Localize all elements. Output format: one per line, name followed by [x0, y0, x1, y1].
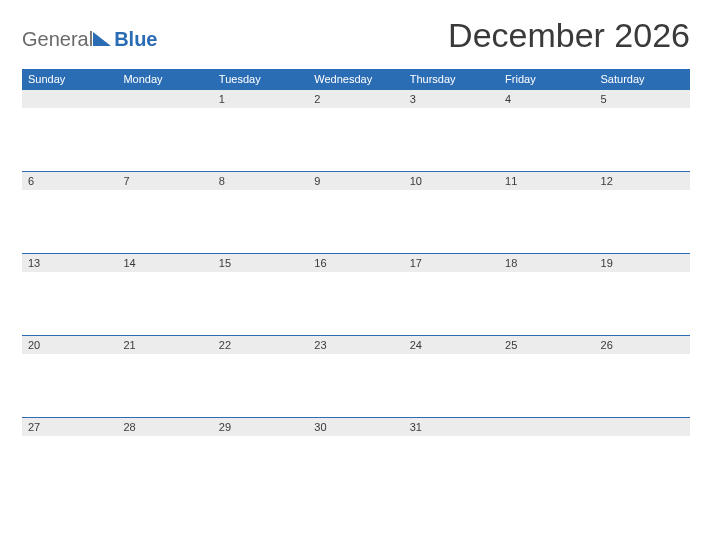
calendar-day: 5 [595, 90, 690, 172]
calendar-day: 23 [308, 336, 403, 418]
day-number: 15 [213, 254, 308, 272]
day-number [22, 90, 117, 108]
day-number: 20 [22, 336, 117, 354]
calendar-day: 28 [117, 418, 212, 500]
calendar-week: 20 21 22 23 24 25 26 [22, 336, 690, 418]
header: General Blue December 2026 [22, 16, 690, 57]
day-number: 13 [22, 254, 117, 272]
calendar-day: 21 [117, 336, 212, 418]
weekday-header: Friday [499, 69, 594, 90]
calendar-day: 9 [308, 172, 403, 254]
calendar-day: 8 [213, 172, 308, 254]
calendar-day: 18 [499, 254, 594, 336]
calendar-day: 11 [499, 172, 594, 254]
day-number: 28 [117, 418, 212, 436]
calendar-day: 30 [308, 418, 403, 500]
weekday-header: Saturday [595, 69, 690, 90]
calendar-day [22, 90, 117, 172]
day-number: 4 [499, 90, 594, 108]
brand-triangle-icon [93, 32, 111, 48]
calendar-week: 13 14 15 16 17 18 19 [22, 254, 690, 336]
calendar-day: 26 [595, 336, 690, 418]
day-number [499, 418, 594, 436]
calendar-day: 20 [22, 336, 117, 418]
day-number: 16 [308, 254, 403, 272]
day-number: 8 [213, 172, 308, 190]
calendar-week: 1 2 3 4 5 [22, 90, 690, 172]
day-number: 23 [308, 336, 403, 354]
calendar-day: 3 [404, 90, 499, 172]
day-number: 21 [117, 336, 212, 354]
weekday-header: Tuesday [213, 69, 308, 90]
day-number: 6 [22, 172, 117, 190]
calendar-day: 17 [404, 254, 499, 336]
weekday-header: Monday [117, 69, 212, 90]
day-number: 18 [499, 254, 594, 272]
calendar-day: 25 [499, 336, 594, 418]
calendar-day: 14 [117, 254, 212, 336]
day-number: 12 [595, 172, 690, 190]
day-number: 31 [404, 418, 499, 436]
day-number: 1 [213, 90, 308, 108]
day-number: 25 [499, 336, 594, 354]
weekday-header: Wednesday [308, 69, 403, 90]
day-number: 5 [595, 90, 690, 108]
day-number: 2 [308, 90, 403, 108]
calendar-day [595, 418, 690, 500]
calendar-day: 29 [213, 418, 308, 500]
day-number: 10 [404, 172, 499, 190]
calendar-grid: Sunday Monday Tuesday Wednesday Thursday… [22, 69, 690, 500]
svg-marker-0 [93, 32, 111, 46]
day-number: 29 [213, 418, 308, 436]
calendar-day: 4 [499, 90, 594, 172]
weekday-header: Sunday [22, 69, 117, 90]
day-number: 11 [499, 172, 594, 190]
calendar-day: 1 [213, 90, 308, 172]
calendar-body: 1 2 3 4 5 6 7 8 9 10 11 12 13 14 15 16 1… [22, 90, 690, 500]
brand-text-1: General [22, 28, 93, 51]
day-number: 30 [308, 418, 403, 436]
brand-text-2: Blue [114, 28, 157, 51]
day-number: 26 [595, 336, 690, 354]
day-number [595, 418, 690, 436]
day-number: 27 [22, 418, 117, 436]
calendar-day: 16 [308, 254, 403, 336]
calendar-week: 27 28 29 30 31 [22, 418, 690, 500]
calendar-day: 19 [595, 254, 690, 336]
day-number: 19 [595, 254, 690, 272]
weekday-header: Thursday [404, 69, 499, 90]
calendar-day [117, 90, 212, 172]
weekday-header-row: Sunday Monday Tuesday Wednesday Thursday… [22, 69, 690, 90]
calendar-day: 13 [22, 254, 117, 336]
day-number: 17 [404, 254, 499, 272]
day-number: 7 [117, 172, 212, 190]
day-number: 22 [213, 336, 308, 354]
calendar-day: 7 [117, 172, 212, 254]
calendar-day: 22 [213, 336, 308, 418]
day-number: 9 [308, 172, 403, 190]
day-number [117, 90, 212, 108]
calendar-day: 24 [404, 336, 499, 418]
day-number: 3 [404, 90, 499, 108]
brand-logo: General Blue [22, 28, 158, 57]
page-title: December 2026 [448, 16, 690, 57]
day-number: 24 [404, 336, 499, 354]
day-number: 14 [117, 254, 212, 272]
calendar-day: 15 [213, 254, 308, 336]
calendar-day: 6 [22, 172, 117, 254]
calendar-week: 6 7 8 9 10 11 12 [22, 172, 690, 254]
calendar-day: 10 [404, 172, 499, 254]
calendar-day: 2 [308, 90, 403, 172]
calendar-day: 31 [404, 418, 499, 500]
calendar-day [499, 418, 594, 500]
calendar-day: 12 [595, 172, 690, 254]
calendar-day: 27 [22, 418, 117, 500]
